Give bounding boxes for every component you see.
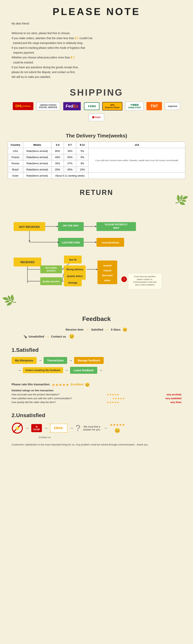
- shipping-section: SHIPPING DHLEXPRESS UNITED STATESPOSTAL …: [0, 83, 193, 129]
- arrow-unsat-3: →: [69, 426, 74, 430]
- svg-text:Not quality: Not quality: [46, 267, 57, 269]
- cell-57: 65%: [64, 166, 76, 173]
- svg-text:Damage: Damage: [68, 282, 77, 284]
- svg-text:Wrong delivery: Wrong delivery: [66, 268, 83, 271]
- lost-return-label: LOST/RETURN: [62, 241, 80, 244]
- svg-text:resend: resend: [103, 264, 112, 267]
- cell-country: France: [8, 154, 23, 160]
- rating-main-label: Please rate this transaction:: [12, 382, 50, 386]
- svg-text:question: question: [47, 270, 56, 272]
- return-section: RETURN 🌿 🌿 NOT RECEIVED ON THE WAY PLEAS…: [0, 183, 193, 310]
- feedback-flow-main: Receive item → Satisfied → 5 Stars 😊: [12, 327, 181, 332]
- dhl-logo: DHLEXPRESS: [13, 102, 34, 110]
- dollar2: $ 7: [71, 56, 75, 59]
- detail-a3: very firast: [170, 401, 181, 404]
- col-country: Country: [8, 142, 23, 148]
- return-title: RETURN: [8, 188, 185, 196]
- received-label: RECEIVED: [21, 260, 35, 264]
- no-sign-icon: ⭐: [12, 422, 23, 434]
- usps-logo: UNITED STATESPOSTAL SERVICE: [36, 102, 60, 110]
- sad-smiley: 😟: [69, 334, 74, 339]
- cell-34: 35%: [51, 160, 64, 166]
- detail-row-3: how quickly did the seller ship the item…: [12, 401, 181, 404]
- arrow-step3: →: [17, 368, 21, 372]
- cell-country: Brazil: [8, 166, 23, 173]
- col-14plus: ≥14: [89, 142, 185, 148]
- svg-text:please contact us.: please contact us.: [137, 278, 153, 280]
- result-stars: ★★★★★: [110, 423, 125, 427]
- result-smiley: 😊: [114, 428, 120, 433]
- cell-country: Outer: [8, 173, 23, 179]
- svg-text:refund: refund: [103, 269, 111, 272]
- line5: requires payment.: [12, 50, 181, 55]
- greeting: My dear friend:: [12, 21, 181, 26]
- detail-stars-3: ★★★★★: [107, 401, 119, 404]
- detail-row-1: How accurate was the product description…: [12, 393, 181, 396]
- not-received-label: NOT RECEIVED: [19, 225, 40, 228]
- satisfied-label: Satisfied: [91, 328, 103, 331]
- fedex-logo: FedEx: [63, 102, 81, 111]
- transactions-step: Transactions: [44, 357, 67, 364]
- feedback-section: Feedback Receive item → Satisfied → 5 St…: [0, 310, 193, 345]
- cell-811: 5%: [76, 154, 89, 160]
- please-wait-label2: WAIT: [113, 227, 119, 230]
- on-the-way-label: ON THE WAY: [63, 224, 79, 227]
- ems-logo: ▼EMS: [84, 102, 99, 110]
- cell-57: 57%: [64, 160, 76, 166]
- feedback-title: Feedback: [12, 315, 181, 322]
- return-diagram: NOT RECEIVED ON THE WAY PLEASE PATIENTLY…: [8, 202, 185, 305]
- arrow-step2: →: [69, 358, 73, 362]
- line3: tracked,and the cargo transportation tim…: [12, 41, 181, 46]
- arrow-unsat-4: →: [103, 426, 108, 430]
- svg-text:other: other: [104, 279, 111, 282]
- unsatisfied-label: Unsatisfied: [29, 335, 44, 338]
- detail-a1: very accdrate: [166, 393, 181, 396]
- line6: Whether you choose what post,orders more…: [12, 55, 181, 60]
- cell-outer-weeks: About 5-11 working weeks: [51, 173, 89, 179]
- delivery-section: The Delivery Time(weeks) Country Weeks 3…: [0, 129, 193, 183]
- unsatisfied-section: 2.Unsatisfied ⭐ → NSTOP → EMAIL → ?: [0, 408, 193, 452]
- cell-34: 60%: [51, 148, 64, 154]
- line1: Welcome to our store, please feel free t…: [12, 31, 181, 36]
- cell-outer-14: [89, 173, 185, 179]
- detail-row-2: How satisfied were you with the sell's c…: [12, 397, 181, 400]
- orders-awaiting-label: Orders Awaiting My feedback: [26, 369, 60, 372]
- five-stars-label: 5 Stars: [111, 328, 121, 331]
- svg-text:If you have any question: If you have any question: [134, 276, 155, 278]
- arrow3: →: [46, 334, 50, 339]
- happy-smiley: 😊: [123, 327, 127, 332]
- col-5-7: 5-7: [64, 142, 76, 148]
- svg-text:Quality defect: Quality defect: [67, 275, 83, 278]
- contact-us-label-unsat: Contact us: [39, 436, 181, 439]
- star-icon-unsat: ⭐: [15, 426, 20, 430]
- line8: If you have any questions during the goo…: [12, 65, 181, 70]
- auspost-logo: 🅐 POST: [89, 114, 104, 121]
- tnt-logo: TNT: [146, 102, 162, 110]
- excellent-smiley: 😊: [85, 382, 90, 387]
- excellent-label: Excellent: [71, 382, 83, 386]
- shipping-logos: DHLEXPRESS UNITED STATESPOSTAL SERVICE F…: [8, 102, 185, 121]
- arrow2: →: [105, 327, 109, 332]
- manage-feedback-step: Manage feedback: [74, 357, 104, 364]
- detail-a2: very asatisfied: [165, 397, 181, 400]
- dollar1: $ 7: [75, 36, 79, 40]
- my-aliexpress-step: My Aliexpress: [12, 357, 37, 364]
- result-stars-smiley: ★★★★★ 😊: [110, 423, 125, 433]
- rating-row-main: Please rate this transaction: ★★★★★ Exce…: [12, 382, 181, 387]
- email-box: EMAIL: [50, 424, 67, 432]
- rating-section: Please rate this transaction: ★★★★★ Exce…: [0, 380, 193, 408]
- arrow-step5: →: [99, 368, 103, 372]
- svg-text:way to solve problems: way to solve problems: [135, 284, 155, 286]
- unsatisfied-title: 2.Unsatisfied: [12, 412, 181, 418]
- delivery-title: The Delivery Time(weeks): [8, 133, 185, 139]
- detailed-label: Detailed ratings on this transaction: [12, 389, 181, 392]
- cell-rate: Rate(Items arrived): [23, 173, 51, 179]
- cell-811: 5%: [76, 148, 89, 154]
- cell-34: 20%: [51, 166, 64, 173]
- unsat-flow: ⭐ → NSTOP → EMAIL → ? We must find a sol…: [12, 422, 181, 434]
- svg-text:Communication is the best: Communication is the best: [133, 281, 156, 283]
- resend-refund-label: resend/refund: [102, 241, 119, 244]
- detail-q2: How satisfied were you with the sell's c…: [12, 397, 72, 400]
- cell-57: 35%: [64, 148, 76, 154]
- svg-text:!: !: [123, 278, 124, 281]
